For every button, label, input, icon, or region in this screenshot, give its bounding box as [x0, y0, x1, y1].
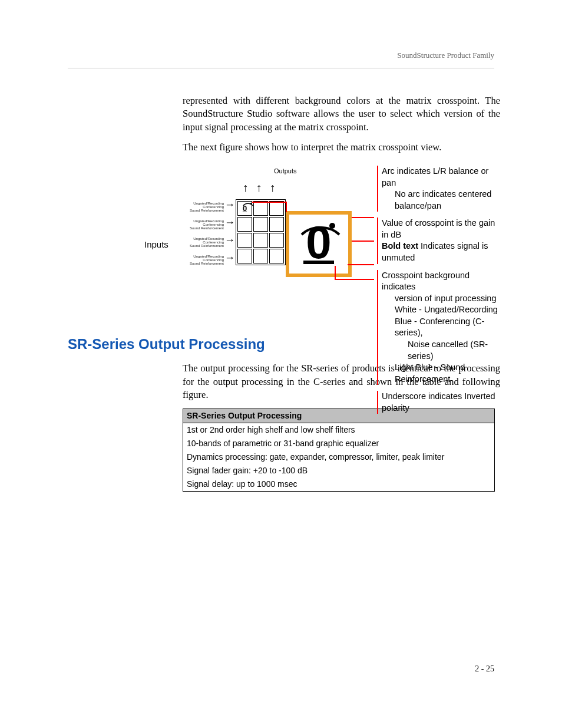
callout-line: [286, 202, 287, 212]
figure-legend: Arc indicates L/R balance or pan No arc …: [377, 166, 500, 420]
matrix-grid: 0: [236, 199, 286, 265]
callout-line: [348, 264, 374, 265]
output-processing-table: SR-Series Output Processing 1st or 2nd o…: [183, 409, 495, 491]
table-row: Dynamics processing: gate, expander, com…: [183, 450, 495, 464]
callout-line: [352, 241, 374, 242]
arrow-right-icon: →: [224, 217, 235, 228]
matrix-row-labels: Ungated/RecordingConferencingSound Reinf…: [177, 237, 224, 248]
matrix-row-labels: Ungated/RecordingConferencingSound Reinf…: [177, 219, 224, 230]
table-row: 1st or 2nd order high shelf and low shel…: [183, 423, 495, 437]
header-rule: [68, 68, 494, 68]
callout-line: [252, 202, 286, 203]
svg-point-1: [329, 223, 335, 229]
callout-line: [336, 279, 374, 280]
legend-background: Crosspoint background indicates version …: [377, 270, 500, 386]
table-row: Signal delay: up to 1000 msec: [183, 477, 495, 491]
callout-line: [352, 217, 374, 218]
table-row: 10-bands of parametric or 31-band graphi…: [183, 437, 495, 450]
balance-arc-icon: [300, 220, 341, 236]
legend-polarity: Underscore indicates Inverted polarity: [377, 391, 500, 414]
output-arrows: ↑↑↑: [239, 182, 279, 195]
arrow-up-icon: ↑: [252, 182, 266, 193]
inputs-label: Inputs: [144, 239, 168, 251]
legend-value: Value of crosspoint is the gain in dB Bo…: [377, 218, 500, 263]
arrow-right-icon: →: [224, 252, 235, 263]
callout-line: [335, 266, 336, 280]
legend-arc: Arc indicates L/R balance or pan No arc …: [377, 166, 500, 212]
body-paragraph-1: represented with different background co…: [183, 94, 500, 134]
page-number: 2 - 25: [475, 664, 494, 675]
body-paragraph-2: The next figure shows how to interpret t…: [183, 141, 500, 154]
arrow-up-icon: ↑: [239, 182, 252, 193]
matrix-row-labels: Ungated/RecordingConferencingSound Reinf…: [177, 255, 224, 265]
arrow-right-icon: →: [224, 235, 235, 245]
running-head: SoundStructure Product Family: [397, 50, 494, 61]
arrow-up-icon: ↑: [266, 182, 279, 193]
arrow-right-icon: →: [224, 199, 235, 210]
crosspoint-zoom: 0: [286, 211, 352, 277]
matrix-row-labels: Ungated/RecordingConferencingSound Reinf…: [177, 202, 224, 212]
svg-point-0: [250, 203, 252, 205]
crosspoint-figure: Outputs Inputs ↑↑↑ Ungated/RecordingConf…: [65, 161, 500, 311]
outputs-label: Outputs: [274, 167, 297, 176]
table-row: Signal fader gain: +20 to -100 dB: [183, 464, 495, 477]
